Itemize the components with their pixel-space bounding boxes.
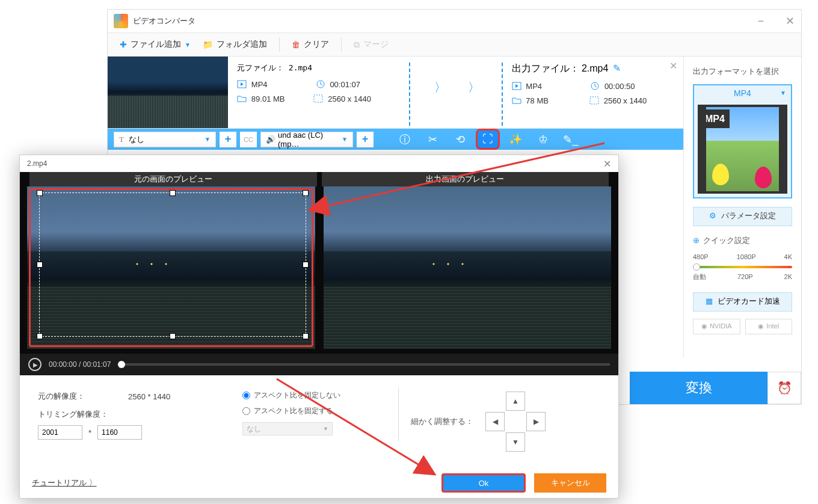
effects-button[interactable]: ✨ <box>503 129 527 150</box>
watermark-button[interactable]: ♔ <box>531 129 555 150</box>
aspect-column: アスペクト比を固定しない アスペクト比を固定する なし▼ <box>242 387 399 456</box>
add-file-button[interactable]: ファイル追加 ▼ <box>120 39 191 50</box>
svg-rect-3 <box>314 95 322 102</box>
add-subtitle-button[interactable]: + <box>220 132 236 147</box>
time-current: 00:00:00 <box>49 360 77 369</box>
nudge-down-button[interactable]: ▼ <box>506 432 525 452</box>
quality-slider[interactable] <box>693 266 792 268</box>
fine-adjust-column: 細かく調整する： ▲ ◀▶ ▼ <box>411 387 600 456</box>
crop-handle-ml[interactable] <box>37 262 43 268</box>
speaker-icon: 🔊 <box>266 135 275 144</box>
crop-handle-tl[interactable] <box>37 190 43 196</box>
file-meta: 元ファイル： 2.mp4 MP4 00:01:07 89.01 MB 2560 … <box>228 57 683 128</box>
titlebar: ビデオコンバータ − ✕ <box>108 10 801 32</box>
folder-icon <box>203 40 213 49</box>
crop-handle-tr[interactable] <box>303 190 309 196</box>
crop-button[interactable]: ⛶ <box>476 129 500 150</box>
output-file-label: 出力ファイル： 2.mp4 <box>512 63 609 73</box>
rotate-button[interactable]: ⟲ <box>448 129 472 150</box>
nudge-up-button[interactable]: ▲ <box>506 392 525 411</box>
arrow-pad: ▲ ◀▶ ▼ <box>485 392 546 452</box>
edit-button[interactable]: ✎_ <box>559 129 583 150</box>
tutorial-link[interactable]: チュートリアル 〉 <box>32 478 97 488</box>
main-toolbar: ファイル追加 ▼ フォルダ追加 クリア マージ <box>108 32 801 57</box>
close-button[interactable]: ✕ <box>603 158 611 170</box>
output-preview-pane <box>324 186 612 349</box>
meta-divider: 〉 〉 <box>400 63 512 122</box>
add-audio-button[interactable]: + <box>357 132 374 147</box>
schedule-button[interactable]: ⏰ <box>767 372 801 404</box>
format-selector[interactable]: MP4▼ MP4 <box>693 84 792 198</box>
file-thumbnail[interactable] <box>108 57 228 128</box>
ok-button[interactable]: Ok <box>441 473 526 493</box>
file-strip: T なし ▼ + CC 🔊 und aac (LC) (mp… ▼ + ⓘ ✂ … <box>108 129 683 150</box>
crop-width-input[interactable] <box>38 425 82 440</box>
audio-select[interactable]: 🔊 und aac (LC) (mp… ▼ <box>260 132 353 147</box>
crop-previews: 元の画面のプレビュー 出力画面のプレビュー <box>20 172 618 354</box>
format-preview: MP4 <box>698 105 787 194</box>
settings-icon: ⚙ <box>709 210 716 223</box>
caption-button[interactable]: CC <box>240 132 257 147</box>
crop-dialog: 2.mp4 ✕ 元の画面のプレビュー 出力画面のプレビュー <box>19 155 619 499</box>
clear-button[interactable]: クリア <box>292 39 329 50</box>
crop-handle-mr[interactable] <box>303 262 309 268</box>
pencil-icon[interactable]: ✎ <box>613 63 621 73</box>
merge-icon <box>354 40 360 50</box>
minimize-button[interactable]: − <box>755 16 766 26</box>
clock-icon <box>316 80 325 88</box>
seek-slider[interactable] <box>118 363 610 366</box>
quick-settings-title: クイック設定 <box>693 235 792 247</box>
playbar: 00:00:00 / 00:01:07 <box>20 354 618 375</box>
add-folder-label: フォルダ追加 <box>217 39 267 50</box>
play-button[interactable] <box>28 358 42 371</box>
trim-res-label: トリミング解像度： <box>38 409 122 420</box>
plus-icon <box>120 40 127 49</box>
crop-handle-tc[interactable] <box>170 190 176 196</box>
parameter-settings-button[interactable]: ⚙ パラメータ設定 <box>693 207 792 226</box>
folder-icon <box>512 96 521 105</box>
crop-handle-br[interactable] <box>303 333 309 339</box>
crop-handle-bl[interactable] <box>37 333 43 339</box>
time-total: 00:01:07 <box>83 360 111 369</box>
close-button[interactable]: ✕ <box>784 16 795 26</box>
text-icon: T <box>119 135 124 144</box>
crop-handle-bc[interactable] <box>170 333 176 339</box>
source-preview-pane[interactable] <box>27 186 315 349</box>
svg-marker-5 <box>515 84 518 88</box>
output-meta: 出力ファイル： 2.mp4✎ MP4 00:00:50 78 MB 2560 x… <box>512 63 675 122</box>
sidebar-title: 出力フォーマットを選択 <box>693 66 792 78</box>
nvidia-badge: ◉NVIDIA <box>693 319 740 334</box>
remove-file-button[interactable]: ✕ <box>669 60 677 72</box>
intel-badge: ◉Intel <box>745 319 793 334</box>
chevron-down-icon[interactable]: ▼ <box>185 41 191 48</box>
clock-icon <box>590 82 600 90</box>
crop-footer: チュートリアル 〉 Ok キャンセル <box>20 468 618 498</box>
resolution-icon <box>589 96 599 105</box>
app-logo-icon <box>114 14 128 28</box>
aspect-lock-radio[interactable]: アスペクト比を固定する <box>242 403 340 419</box>
convert-bar: 変換 ⏰ <box>630 372 801 404</box>
nudge-left-button[interactable]: ◀ <box>485 412 505 431</box>
crop-rectangle[interactable] <box>39 192 306 337</box>
vendor-row: ◉NVIDIA ◉Intel <box>693 319 792 334</box>
add-file-label: ファイル追加 <box>131 39 181 50</box>
source-file-label: 元ファイル： 2.mp4 <box>237 63 400 73</box>
separator <box>279 37 280 52</box>
video-icon <box>512 82 521 90</box>
cancel-button[interactable]: キャンセル <box>534 473 606 493</box>
intel-icon: ◉ <box>758 321 764 332</box>
convert-button[interactable]: 変換 <box>630 372 767 404</box>
crop-filename: 2.mp4 <box>27 159 47 168</box>
aspect-free-radio[interactable]: アスペクト比を固定しない <box>242 387 340 403</box>
cut-button[interactable]: ✂ <box>420 129 444 150</box>
merge-button[interactable]: マージ <box>354 39 389 50</box>
aspect-ratio-select: なし▼ <box>242 422 333 435</box>
info-button[interactable]: ⓘ <box>393 129 417 150</box>
add-folder-button[interactable]: フォルダ追加 <box>203 39 267 50</box>
gpu-accel-button[interactable]: ▦ ビデオカード加速 <box>693 292 792 312</box>
subtitle-select[interactable]: T なし ▼ <box>114 132 216 147</box>
merge-label: マージ <box>363 39 389 50</box>
crop-height-input[interactable] <box>97 425 142 440</box>
nudge-right-button[interactable]: ▶ <box>526 412 546 431</box>
chip-icon: ▦ <box>706 295 713 308</box>
